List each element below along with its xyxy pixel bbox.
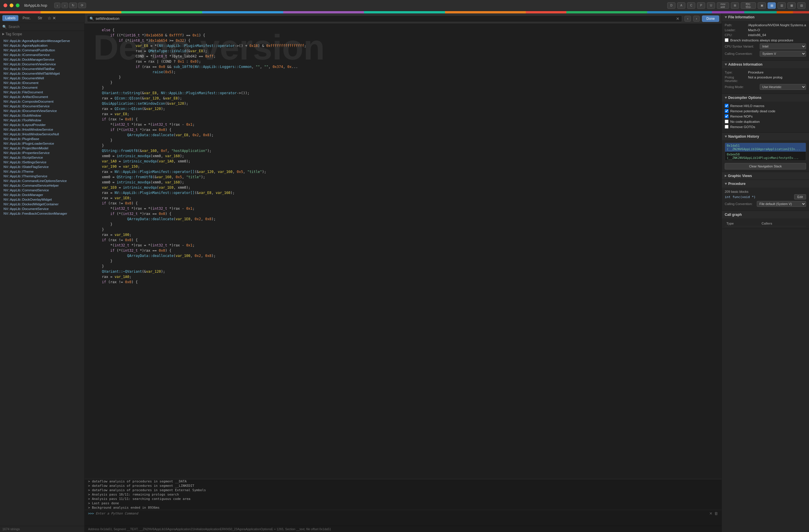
toolbar-panel4-button[interactable]: ▦ [788,2,796,9]
tab-proc[interactable]: Proc. [19,15,34,21]
sidebar-item[interactable]: NV::AppLib::DockManagerService [0,57,84,62]
sidebar-item[interactable]: NV::AppLib::AgoraApplicationMessageServe [0,38,84,43]
sidebar-item[interactable]: NV::AppLib::DockOverlayWidget [0,197,84,202]
decompiler-option-row: Remove HI/LO macros [725,104,806,108]
sidebar-item[interactable]: NV::AppLib::ITheme [0,169,84,174]
code-view[interactable]: Demo version else { if ((*(int16_t *)0x1… [85,24,722,479]
sidebar-item[interactable]: NV::AppLib::DocumentService [0,206,84,211]
sidebar-item[interactable]: NV::AppLib::ISubWindow [0,113,84,118]
toolbar-panel2-button[interactable]: ▤ [768,2,776,9]
sidebar-item[interactable]: NV::AppLib::IHostWindowService [0,127,84,132]
nav-history-item[interactable]: 0x1da51 (__ZN2NV6AppLib16AgoraApplicatio… [725,143,806,152]
window-title: libAppLib.hop [24,3,47,7]
calling-conv-select[interactable]: System V [760,51,806,56]
sidebar-item[interactable]: NV::AppLib::CommandLineOptionsService [0,178,84,183]
nav-forward-button[interactable]: › [62,3,68,8]
graphic-views-header[interactable]: Graphic Views [722,172,809,180]
toolbar-panel5-button[interactable]: ▧ [797,2,806,9]
search-next-button[interactable]: › [693,16,700,21]
decompiler-option-checkbox[interactable] [725,125,728,128]
sidebar-item[interactable]: NV::AppLib::IStateFlagService [0,165,84,169]
close-button[interactable] [3,3,7,7]
nav-history-arrow [725,136,727,138]
sidebar-item[interactable]: NV::AppLib::IPluginLoaderService [0,141,84,146]
sidebar-item[interactable]: NV::AppLib::CommandPushButton [0,48,84,52]
sidebar-item[interactable]: NV::AppLib::IDocumentService [0,104,84,108]
sidebar-item[interactable]: NV::AppLib::CommandService [0,188,84,192]
toolbar-c-button[interactable]: C [687,2,695,9]
decompiler-option-checkbox[interactable] [725,109,728,113]
sidebar-item[interactable]: NV::AppLib::CompositeDocument [0,99,84,104]
toolbar-u-button[interactable]: U [707,2,715,9]
sidebar-item[interactable]: NV::AppLib::IThemingService [0,174,84,178]
search-done-button[interactable]: Done [702,15,719,22]
decompiler-option-checkbox[interactable] [725,114,728,118]
sidebar-item[interactable]: NV::AppLib::IHostWindowServiceNull [0,132,84,137]
toolbar-d-button[interactable]: D [667,2,675,9]
sidebar-item[interactable]: NV::AppLib::ISettingsService [0,160,84,165]
sidebar-count: 1674 strings [0,526,84,532]
sidebar-item[interactable]: NV::AppLib::DocumentWell [0,76,84,81]
tag-scope-toggle[interactable]: Tag Scope [0,31,84,37]
toolbar-mov-button[interactable]: movadd [717,2,729,9]
refresh-button[interactable]: ↻ [69,3,77,8]
prolog-mode-select[interactable]: Use Heuristic [760,84,806,90]
sidebar-item[interactable]: NV::AppLib::IDocumentViewService [0,108,84,113]
sidebar-item[interactable]: NV::AppLib::Document [0,85,84,90]
sidebar-item[interactable]: NV::AppLib::DockManager [0,192,84,197]
nav-history-item[interactable]: 0xbee50 (__ZNK2NV6AppLib14PluginManifest… [725,152,806,160]
sidebar-item[interactable]: NV::AppLib::ProjectItemModel [0,146,84,151]
procedure-header[interactable]: Procedure [722,180,809,188]
search-prev-button[interactable]: ‹ [685,16,691,21]
sidebar-item[interactable]: NV::AppLib::DocumentWellTabBar [0,67,84,71]
toolbar-panel1-button[interactable]: ▣ [758,2,766,9]
sidebar-item[interactable]: NV::AppLib::IPropertiesService [0,151,84,155]
cpu-syntax-select[interactable]: Intel [760,44,806,49]
search-clear-icon[interactable]: ✕ [676,16,679,21]
tab-labels[interactable]: Labels [2,15,18,21]
nav-history-header[interactable]: Navigation History [722,133,809,140]
sidebar-item[interactable]: NV::AppLib::DockedWidgetContainer [0,202,84,206]
nav-back-button[interactable]: ‹ [54,3,61,8]
sidebar-item[interactable]: NV::AppLib::CommandServiceHelper [0,183,84,188]
sidebar-item[interactable]: NV::AppLib::FeedbackConnectionManager [0,211,84,216]
toolbar-grid-button[interactable]: ⊞ [731,2,739,9]
sidebar-item[interactable]: NV::AppLib::ICommandService [0,52,84,57]
file-info-header[interactable]: File Information [722,13,809,21]
toolbar-fb-button[interactable]: lf(b)f(b)c [741,2,756,9]
sidebar-close-icon[interactable]: ✕ [52,16,56,20]
star-icon[interactable]: ☆ [48,16,51,20]
sidebar-item[interactable]: NV::AppLib::FileDocument [0,90,84,95]
decompiler-option-checkbox[interactable] [725,104,728,108]
clear-navigation-button[interactable]: Clear Navigation Stack [725,163,806,170]
decompiler-option-checkbox[interactable] [725,120,728,123]
reload-button[interactable]: ⟳ [78,3,86,8]
address-info-header[interactable]: Address Information [722,61,809,68]
branch-checkbox-row: Branch instructions always stop procedur… [725,38,806,42]
procedure-calling-conv-select[interactable]: File default (System V) [757,201,806,207]
sidebar-item[interactable]: NV::AppLib::IScriptService [0,155,84,160]
sidebar-item[interactable]: NV::AppLib::IToolWindow [0,118,84,122]
sidebar-item[interactable]: NV::AppLib::IDocument [0,81,84,85]
sidebar-item[interactable]: NV::AppLib::AgoraApplication [0,43,84,48]
console-input[interactable] [96,512,707,515]
call-graph-header[interactable]: Call graph [722,211,809,219]
toolbar-panel3-button[interactable]: ▥ [777,2,786,9]
decompiler-header[interactable]: Decompiler Options [722,94,809,102]
sidebar-item[interactable]: NV::AppLib::PluginBase [0,137,84,141]
toolbar-a-button[interactable]: A [677,2,685,9]
minimize-button[interactable] [10,3,13,7]
sidebar-item[interactable]: NV::AppLib::ArtifactDocument [0,95,84,99]
toolbar-p-button[interactable]: P [697,2,705,9]
search-bar-input[interactable] [96,17,674,21]
maximize-button[interactable] [16,3,19,7]
search-input[interactable] [8,25,82,29]
sidebar-item[interactable]: NV::AppLib::DocumentWellTabWidget [0,71,84,76]
branch-checkbox[interactable] [725,38,728,42]
sidebar-item[interactable]: NV::AppLib::ILayoutProvider [0,122,84,127]
console-history-icon[interactable]: 🗑 [714,511,718,516]
sidebar-item[interactable]: NV::AppLib::DocumentViewService [0,62,84,67]
console-clear-icon[interactable]: ✕ [709,511,712,516]
edit-signature-button[interactable]: Edit [794,194,806,200]
tab-str[interactable]: Str [35,15,45,21]
